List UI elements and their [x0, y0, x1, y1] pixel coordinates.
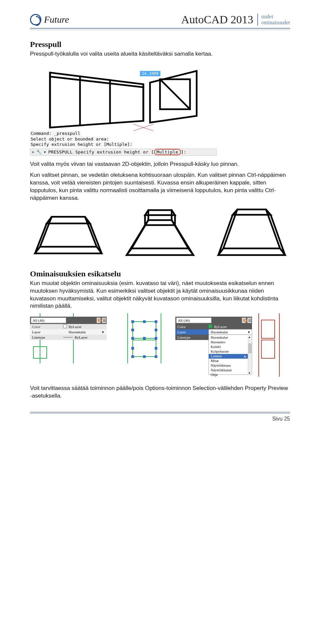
- svg-rect-47: [155, 347, 157, 350]
- svg-text:🎨: 🎨: [97, 318, 102, 323]
- title-block: AutoCAD 2013 uudet ominaisuudet: [181, 13, 290, 26]
- properties-panel-dropdown: All (46) 🎨 ☰ Color ByLayer Layer Huoneka…: [175, 313, 259, 377]
- divider: [30, 28, 290, 29]
- svg-text:ByLayer: ByLayer: [75, 335, 88, 339]
- svg-rect-84: [248, 335, 252, 375]
- figure-property-panels: All (46) 🎨 ☰ Color ByLayer LayerHuonekal…: [30, 313, 290, 377]
- svg-rect-45: [155, 337, 157, 340]
- svg-text:🎨: 🎨: [243, 318, 247, 323]
- title-main: AutoCAD 2013: [181, 13, 257, 26]
- logo: Future: [30, 14, 69, 25]
- figure-presspull: 14.2009 Command: _presspull Select objec…: [30, 63, 290, 156]
- section-heading: Presspull: [30, 40, 290, 49]
- svg-rect-38: [131, 320, 134, 323]
- svg-text:☰: ☰: [103, 318, 106, 322]
- svg-text:▾: ▾: [102, 330, 104, 334]
- divider: [30, 413, 290, 413]
- divider: [30, 411, 290, 412]
- title-side-line: ominaisuudet: [261, 20, 290, 26]
- svg-text:Laitteet: Laitteet: [211, 354, 222, 358]
- svg-text:▾: ▾: [248, 330, 250, 334]
- svg-rect-24: [63, 325, 67, 328]
- svg-rect-50: [155, 355, 157, 358]
- title-side-line: uudet: [261, 14, 290, 20]
- svg-text:▴: ▴: [249, 335, 250, 339]
- command-history: Command: _presspull Select object or bou…: [30, 131, 133, 148]
- svg-text:ByLayer: ByLayer: [214, 325, 227, 329]
- svg-rect-43: [131, 337, 134, 340]
- svg-text:ByLayer: ByLayer: [69, 325, 82, 329]
- svg-rect-26: [30, 329, 107, 335]
- cmd-line: Command: _presspull: [30, 131, 81, 136]
- body-text: Kun valitset pinnan, se vedetän oletukse…: [30, 171, 290, 202]
- svg-line-6: [160, 79, 190, 109]
- command-bar[interactable]: × 🔧 ▾ PRESSPULL Specify extrusion height…: [30, 149, 217, 156]
- svg-text:Mitat: Mitat: [211, 359, 219, 363]
- frustum-sketch: [30, 207, 107, 260]
- svg-rect-49: [143, 355, 146, 358]
- svg-text:Linetype: Linetype: [177, 335, 190, 339]
- svg-rect-36: [133, 322, 156, 338]
- panel-title: All (46): [33, 318, 44, 323]
- dimension-tooltip: 14.2009: [140, 71, 160, 76]
- body-text: Kun muutat objektin ominaisuuksia (esim.…: [30, 280, 290, 310]
- title-side: uudet ominaisuudet: [257, 14, 290, 26]
- svg-text:Huonekalut: Huonekalut: [69, 330, 86, 334]
- body-text: Voit valita myös viivan tai vastaavan 2D…: [30, 161, 290, 168]
- body-text: Presspull-työkalulla voi valita useita a…: [30, 50, 290, 58]
- svg-rect-86: [248, 343, 252, 353]
- svg-text:All (46): All (46): [178, 318, 190, 323]
- svg-rect-51: [261, 320, 275, 338]
- page-number: Sivu 25: [30, 416, 290, 422]
- frustum-sketch: [122, 207, 198, 260]
- svg-text:Huonekalut: Huonekalut: [211, 335, 228, 339]
- sketch-walls: [43, 63, 210, 133]
- close-icon[interactable]: ×: [32, 150, 34, 155]
- page-header: Future AutoCAD 2013 uudet ominaisuudet: [30, 13, 290, 26]
- svg-text:Huonekalut: Huonekalut: [211, 330, 228, 334]
- svg-text:Näyttöikkunat: Näyttöikkunat: [211, 368, 232, 372]
- svg-text:☰: ☰: [248, 318, 251, 322]
- svg-rect-40: [155, 320, 157, 323]
- body-text: Voit tarvittaessa säätää toiminnon pääll…: [30, 385, 290, 400]
- svg-rect-64: [209, 325, 212, 328]
- svg-rect-44: [143, 337, 146, 340]
- logo-text: Future: [44, 14, 69, 25]
- cmd-line: Specify extrusion height or [Multiple]:: [30, 142, 133, 147]
- svg-rect-42: [155, 329, 157, 331]
- frustum-sketch: [213, 207, 290, 260]
- svg-text:▾: ▾: [249, 371, 250, 375]
- svg-rect-39: [143, 320, 146, 323]
- figure-frustums: [30, 207, 290, 260]
- svg-rect-52: [261, 340, 275, 358]
- svg-text:Layer: Layer: [177, 330, 186, 334]
- svg-rect-62: [175, 324, 252, 329]
- divider: [30, 30, 290, 30]
- svg-text:Color: Color: [32, 325, 40, 329]
- svg-rect-37: [133, 340, 156, 357]
- floorplan-selected: [119, 313, 169, 363]
- logo-icon: [30, 14, 41, 25]
- chevron-down-icon[interactable]: ▾: [44, 150, 46, 155]
- svg-rect-22: [30, 324, 107, 329]
- svg-rect-48: [131, 355, 134, 358]
- svg-text:Huonenro: Huonenro: [211, 340, 225, 344]
- svg-text:Linetype: Linetype: [32, 335, 45, 339]
- svg-text:Ohje: Ohje: [211, 373, 218, 377]
- cmd-line: Select object or bounded area:: [30, 137, 110, 142]
- svg-text:Color: Color: [177, 325, 186, 329]
- svg-rect-46: [131, 347, 134, 350]
- section-heading: Ominaisuuksien esikatselu: [30, 269, 290, 278]
- wrench-icon[interactable]: 🔧: [36, 150, 42, 155]
- svg-text:Keittiö: Keittiö: [211, 345, 221, 349]
- command-prompt: PRESSPULL Specify extrusion height or [M…: [48, 149, 186, 155]
- properties-panel: All (46) 🎨 ☰ Color ByLayer LayerHuonekal…: [30, 313, 113, 377]
- svg-text:Kylpyhuone: Kylpyhuone: [211, 349, 229, 353]
- svg-text:Näyttöikkuna: Näyttöikkuna: [211, 363, 231, 367]
- svg-rect-41: [131, 329, 134, 331]
- svg-text:Layer: Layer: [32, 330, 41, 334]
